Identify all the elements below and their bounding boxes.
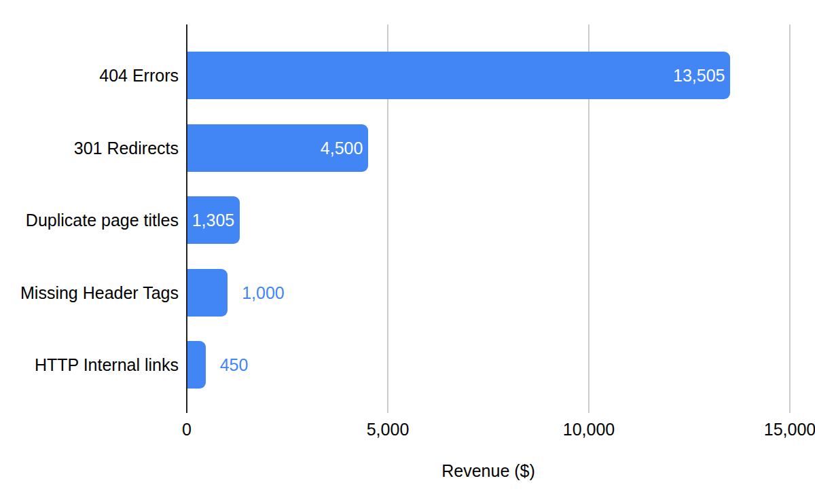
category-label: Missing Header Tags (20, 283, 179, 303)
gridline (789, 24, 791, 413)
revenue-bar-chart: 13,5054,5001,3051,000450 404 Errors301 R… (0, 0, 815, 504)
bar-5: 450 (187, 341, 206, 389)
x-tick-label: 15,000 (764, 420, 815, 439)
category-label: 404 Errors (99, 65, 179, 86)
x-tick-label: 5,000 (367, 420, 410, 439)
category-label: HTTP Internal links (35, 355, 179, 375)
bar-value-label: 450 (220, 357, 249, 374)
x-tick-label: 0 (182, 420, 192, 439)
category-label: 301 Redirects (74, 138, 179, 158)
x-axis-title: Revenue ($) (441, 461, 535, 481)
bar-1: 13,505 (187, 52, 730, 99)
bar-value-label: 1,000 (242, 284, 285, 301)
bar-value-label: 13,505 (673, 67, 725, 84)
bar-4: 1,000 (187, 269, 228, 317)
category-label: Duplicate page titles (26, 210, 179, 230)
bar-value-label: 1,305 (192, 212, 235, 229)
bar-value-label: 4,500 (321, 139, 363, 156)
bar-3: 1,305 (187, 196, 240, 244)
bar-2: 4,500 (187, 124, 368, 172)
x-tick-label: 10,000 (563, 420, 615, 439)
